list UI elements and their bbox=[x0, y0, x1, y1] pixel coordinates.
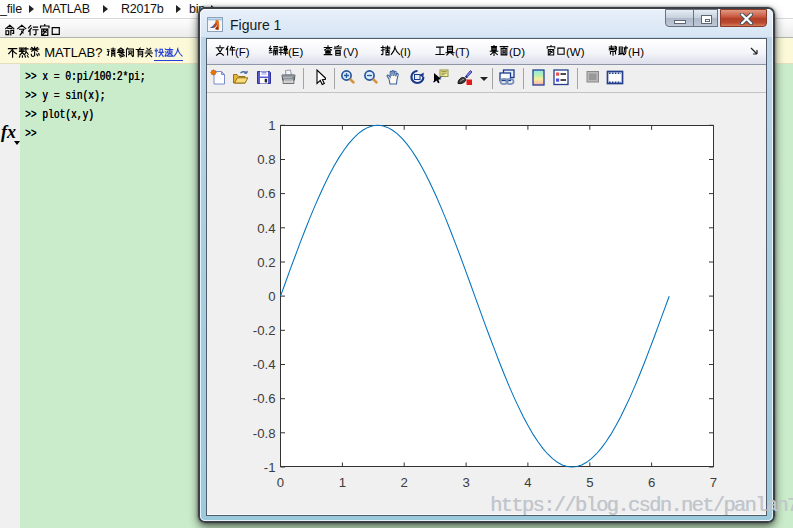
svg-text:-0.2: -0.2 bbox=[253, 323, 276, 338]
svg-text:7: 7 bbox=[710, 475, 717, 490]
svg-text:0: 0 bbox=[268, 289, 275, 304]
svg-text:0.4: 0.4 bbox=[257, 221, 275, 236]
svg-text:5: 5 bbox=[586, 475, 593, 490]
svg-text:0.6: 0.6 bbox=[257, 186, 275, 201]
svg-text:-1: -1 bbox=[264, 460, 276, 475]
svg-text:1: 1 bbox=[268, 118, 275, 133]
svg-text:4: 4 bbox=[524, 475, 531, 490]
svg-text:-0.8: -0.8 bbox=[253, 426, 276, 441]
svg-text:2: 2 bbox=[401, 475, 408, 490]
svg-text:0.2: 0.2 bbox=[257, 255, 275, 270]
svg-text:-0.6: -0.6 bbox=[253, 391, 276, 406]
svg-text:0: 0 bbox=[277, 475, 284, 490]
svg-text:0.8: 0.8 bbox=[257, 152, 275, 167]
svg-text:3: 3 bbox=[462, 475, 469, 490]
svg-text:-0.4: -0.4 bbox=[253, 357, 276, 372]
svg-text:6: 6 bbox=[648, 475, 655, 490]
svg-text:1: 1 bbox=[339, 475, 346, 490]
